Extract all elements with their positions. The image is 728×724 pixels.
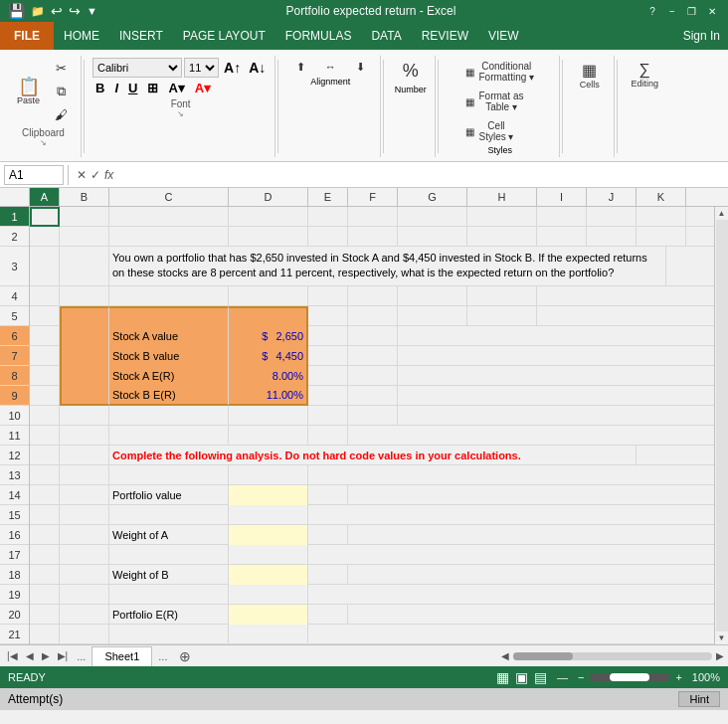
cell-a14[interactable] xyxy=(30,485,60,505)
row-num-7[interactable]: 7 xyxy=(0,346,29,366)
hint-button[interactable]: Hint xyxy=(678,691,720,707)
cell-d21[interactable] xyxy=(229,625,308,644)
confirm-formula-icon[interactable]: ✓ xyxy=(91,168,100,182)
cell-b21[interactable] xyxy=(60,625,109,644)
col-header-f[interactable]: F xyxy=(348,188,398,206)
cell-k1[interactable] xyxy=(637,207,686,227)
cell-reference-input[interactable] xyxy=(4,165,64,185)
cell-styles-btn[interactable]: ▦ CellStyles ▾ xyxy=(460,117,539,145)
cell-d9-value[interactable]: 11.00% xyxy=(229,386,308,406)
cell-b20[interactable] xyxy=(60,605,109,625)
cut-button[interactable]: ✂ xyxy=(47,58,75,79)
cell-f7[interactable] xyxy=(348,346,398,366)
cell-e7[interactable] xyxy=(308,346,348,366)
cell-c20-label[interactable]: Portfolio E(R) xyxy=(109,605,229,625)
copy-button[interactable]: ⧉ xyxy=(47,81,75,102)
menu-insert[interactable]: INSERT xyxy=(109,25,173,47)
cell-e5[interactable] xyxy=(308,306,348,326)
scroll-right-btn[interactable]: ▶ xyxy=(716,650,724,661)
cell-c5[interactable] xyxy=(109,306,229,326)
cell-b2[interactable] xyxy=(60,227,109,247)
cell-a15[interactable] xyxy=(30,505,60,525)
cell-c11[interactable] xyxy=(109,426,229,446)
cell-c15[interactable] xyxy=(109,505,229,525)
horizontal-scrollbar[interactable]: ◀ ▶ xyxy=(501,650,724,661)
sheet-nav-next[interactable]: ▶ xyxy=(39,650,53,661)
cell-i2[interactable] xyxy=(537,227,587,247)
row-num-18[interactable]: 18 xyxy=(0,565,29,585)
cells-btn[interactable]: ▦ Cells xyxy=(575,58,605,92)
cell-e14[interactable] xyxy=(308,485,348,505)
col-header-c[interactable]: C xyxy=(109,188,229,206)
cell-b5[interactable] xyxy=(60,306,109,326)
col-header-h[interactable]: H xyxy=(467,188,537,206)
formula-input[interactable] xyxy=(121,166,724,184)
cell-a2[interactable] xyxy=(30,227,60,247)
page-layout-icon[interactable]: ▣ xyxy=(515,669,528,685)
cell-a5[interactable] xyxy=(30,306,60,326)
cell-c13[interactable] xyxy=(109,465,229,485)
cell-b15[interactable] xyxy=(60,505,109,525)
cell-c3-wide[interactable]: You own a portfolio that has $2,650 inve… xyxy=(109,247,666,286)
editing-btn[interactable]: ∑ Editing xyxy=(627,58,664,91)
col-header-g[interactable]: G xyxy=(398,188,467,206)
cell-a6[interactable] xyxy=(30,326,60,346)
row-num-9[interactable]: 9 xyxy=(0,386,29,406)
menu-formulas[interactable]: FORMULAS xyxy=(275,25,362,47)
cell-g1[interactable] xyxy=(398,207,467,227)
cell-d18-value[interactable] xyxy=(229,565,308,585)
cell-f1[interactable] xyxy=(348,207,398,227)
cell-c4[interactable] xyxy=(109,286,229,306)
cell-d17[interactable] xyxy=(229,545,308,565)
cell-d4[interactable] xyxy=(229,286,308,306)
row-num-5[interactable]: 5 xyxy=(0,306,29,326)
cell-e1[interactable] xyxy=(308,207,348,227)
cell-d5[interactable] xyxy=(229,306,308,326)
cell-b8[interactable] xyxy=(60,366,109,386)
paste-button[interactable]: 📋 Paste xyxy=(12,75,45,108)
bold-btn[interactable]: B xyxy=(92,80,107,96)
cell-b10[interactable] xyxy=(60,406,109,426)
close-btn[interactable]: ✕ xyxy=(704,3,720,19)
restore-btn[interactable]: ❐ xyxy=(684,3,700,19)
minimize-btn[interactable]: − xyxy=(664,3,680,19)
cell-c16-label[interactable]: Weight of A xyxy=(109,525,229,545)
menu-view[interactable]: VIEW xyxy=(478,25,529,47)
cell-d16-value[interactable] xyxy=(229,525,308,545)
cell-b9[interactable] xyxy=(60,386,109,406)
cell-a13[interactable] xyxy=(30,465,60,485)
cell-i1[interactable] xyxy=(537,207,587,227)
cell-f4[interactable] xyxy=(348,286,398,306)
cell-a20[interactable] xyxy=(30,605,60,625)
increase-font-btn[interactable]: A↑ xyxy=(221,59,244,77)
cell-e16[interactable] xyxy=(308,525,348,545)
cell-f9[interactable] xyxy=(348,386,398,406)
row-num-15[interactable]: 15 xyxy=(0,505,29,525)
cell-b14[interactable] xyxy=(60,485,109,505)
cell-j2[interactable] xyxy=(587,227,637,247)
scroll-down-btn[interactable]: ▼ xyxy=(716,632,728,644)
align-middle-btn[interactable]: ↔ xyxy=(316,58,344,77)
cell-c1[interactable] xyxy=(109,207,229,227)
col-header-a[interactable]: A xyxy=(30,188,60,206)
col-header-b[interactable]: B xyxy=(60,188,109,206)
cell-f5[interactable] xyxy=(348,306,398,326)
cell-f6[interactable] xyxy=(348,326,398,346)
sign-in[interactable]: Sign In xyxy=(683,29,728,43)
percent-btn[interactable]: % xyxy=(397,58,425,85)
cell-f2[interactable] xyxy=(348,227,398,247)
cell-d19[interactable] xyxy=(229,585,308,605)
cell-a19[interactable] xyxy=(30,585,60,605)
cell-c6-label[interactable]: Stock A value xyxy=(109,326,229,346)
help-btn[interactable]: ? xyxy=(644,3,660,19)
font-color-btn[interactable]: A▾ xyxy=(192,80,214,96)
cell-f10[interactable] xyxy=(348,406,398,426)
border-btn[interactable]: ⊞ xyxy=(144,80,161,96)
cell-d15[interactable] xyxy=(229,505,308,525)
cell-b4[interactable] xyxy=(60,286,109,306)
format-painter-button[interactable]: 🖌 xyxy=(47,104,75,125)
cell-d8-value[interactable]: 8.00% xyxy=(229,366,308,386)
scroll-track[interactable] xyxy=(716,220,728,632)
cell-b3[interactable] xyxy=(60,247,109,286)
menu-review[interactable]: REVIEW xyxy=(412,25,478,47)
